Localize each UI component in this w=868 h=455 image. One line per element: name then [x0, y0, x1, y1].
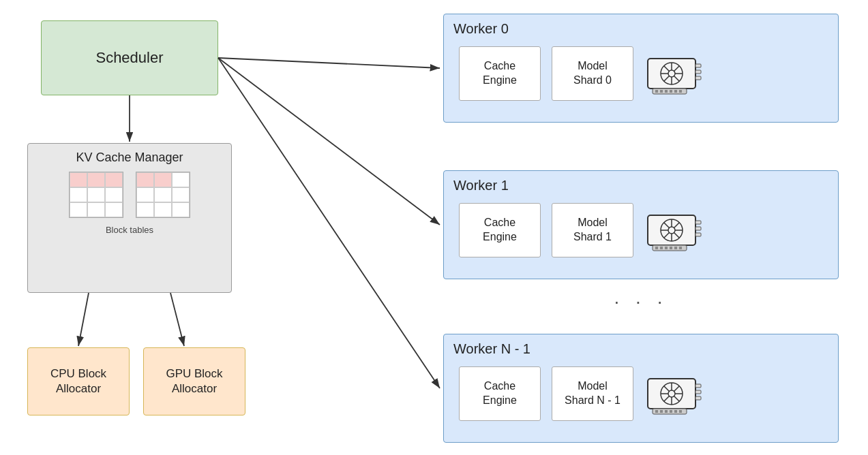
svg-rect-60	[670, 410, 672, 413]
cell	[105, 202, 123, 217]
svg-rect-13	[695, 76, 701, 80]
block-table-1	[69, 172, 123, 218]
cpu-allocator-label: CPU BlockAllocator	[50, 366, 106, 396]
svg-rect-57	[655, 410, 658, 413]
svg-line-69	[170, 293, 184, 346]
cell	[154, 172, 172, 187]
gpu-allocator-label: GPU BlockAllocator	[166, 366, 222, 396]
cell	[70, 187, 87, 202]
worker-0-title: Worker 0	[453, 21, 838, 37]
cell	[172, 202, 190, 217]
svg-rect-40	[674, 247, 677, 249]
worker-0-model-shard: ModelShard 0	[552, 46, 633, 101]
worker-1-cache-engine: CacheEngine	[459, 203, 541, 257]
svg-rect-38	[665, 247, 668, 249]
cell	[136, 172, 154, 187]
svg-rect-19	[674, 90, 677, 93]
worker-1-gpu-icon	[644, 203, 706, 257]
svg-rect-39	[670, 247, 672, 249]
cell	[87, 187, 105, 202]
worker-n-box: Worker N - 1 CacheEngine ModelShard N - …	[443, 334, 839, 443]
svg-rect-55	[695, 396, 701, 400]
cell	[105, 187, 123, 202]
svg-rect-15	[655, 90, 658, 93]
svg-rect-34	[695, 233, 701, 236]
svg-rect-54	[695, 390, 701, 394]
svg-rect-41	[679, 247, 682, 249]
svg-rect-59	[665, 410, 668, 413]
kvcache-box: KV Cache Manager	[27, 143, 232, 293]
svg-rect-20	[679, 90, 682, 93]
svg-line-65	[218, 58, 440, 68]
svg-rect-32	[695, 221, 701, 224]
dots-label: · · ·	[443, 291, 839, 313]
svg-rect-53	[695, 384, 701, 388]
cell	[87, 202, 105, 217]
block-tables-label: Block tables	[106, 225, 153, 235]
cpu-allocator-box: CPU BlockAllocator	[27, 347, 130, 415]
cell	[172, 187, 190, 202]
worker-n-model-shard: ModelShard N - 1	[552, 366, 633, 421]
svg-rect-36	[655, 247, 658, 249]
svg-line-67	[218, 58, 440, 388]
cell	[172, 172, 190, 187]
svg-rect-12	[695, 70, 701, 74]
svg-rect-16	[660, 90, 663, 93]
svg-line-68	[78, 293, 89, 346]
svg-rect-58	[660, 410, 663, 413]
worker-n-gpu-icon	[644, 366, 706, 421]
cell	[87, 172, 105, 187]
svg-rect-61	[674, 410, 677, 413]
worker-0-inner: CacheEngine ModelShard 0	[444, 37, 838, 110]
svg-rect-62	[679, 410, 682, 413]
scheduler-box: Scheduler	[41, 20, 218, 95]
gpu-allocator-box: GPU BlockAllocator	[143, 347, 245, 415]
svg-rect-18	[670, 90, 672, 93]
worker-1-title: Worker 1	[453, 178, 838, 193]
worker-n-inner: CacheEngine ModelShard N - 1	[444, 357, 838, 430]
worker-1-box: Worker 1 CacheEngine ModelShard 1	[443, 170, 839, 279]
diagram: Scheduler KV Cache Manager	[0, 0, 868, 455]
scheduler-label: Scheduler	[95, 49, 163, 67]
cell	[136, 187, 154, 202]
worker-1-inner: CacheEngine ModelShard 1	[444, 193, 838, 267]
worker-0-gpu-icon	[644, 46, 706, 101]
worker-0-box: Worker 0 CacheEngine ModelShard 0	[443, 14, 839, 123]
svg-rect-37	[660, 247, 663, 249]
cell	[105, 172, 123, 187]
worker-1-model-shard: ModelShard 1	[552, 203, 633, 257]
worker-0-cache-engine: CacheEngine	[459, 46, 541, 101]
worker-n-cache-engine: CacheEngine	[459, 366, 541, 421]
cell	[70, 202, 87, 217]
worker-n-title: Worker N - 1	[453, 341, 838, 357]
block-tables-container	[69, 172, 190, 218]
kvcache-title: KV Cache Manager	[76, 151, 183, 165]
cell	[136, 202, 154, 217]
cell	[70, 172, 87, 187]
svg-line-66	[218, 58, 440, 225]
svg-rect-11	[695, 64, 701, 67]
svg-rect-17	[665, 90, 668, 93]
block-table-2	[136, 172, 190, 218]
cell	[154, 187, 172, 202]
cell	[154, 202, 172, 217]
svg-rect-33	[695, 227, 701, 230]
